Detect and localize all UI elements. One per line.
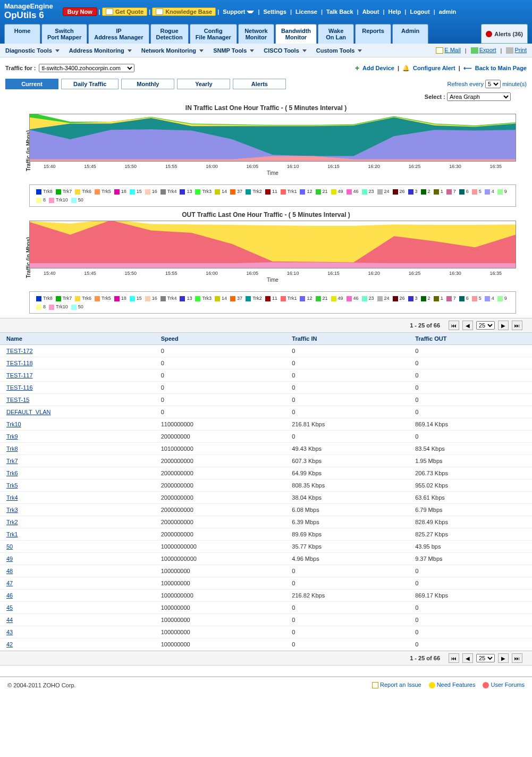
row-link[interactable]: TEST-116 bbox=[6, 384, 33, 391]
view-tabs: CurrentDaily TrafficMonthlyYearlyAlerts … bbox=[0, 79, 532, 89]
header-link-admin[interactable]: admin bbox=[439, 9, 456, 15]
refresh-interval-select[interactable]: 5 bbox=[485, 80, 501, 88]
configure-alert-link[interactable]: Configure Alert bbox=[413, 65, 455, 71]
tab-bandwidth-monitor[interactable]: BandwidthMonitor bbox=[275, 24, 317, 44]
row-link[interactable]: 47 bbox=[6, 580, 13, 586]
export-link[interactable]: Export bbox=[471, 47, 496, 54]
header-link-settings[interactable]: Settings bbox=[264, 9, 286, 15]
row-link[interactable]: 43 bbox=[6, 629, 13, 635]
print-link[interactable]: Print bbox=[506, 47, 527, 54]
header-link-logout[interactable]: Logout bbox=[410, 9, 429, 15]
toolbar-cisco-tools[interactable]: CISCO Tools bbox=[264, 47, 306, 54]
col-speed[interactable]: Speed bbox=[155, 333, 286, 345]
tab-config-file-manager[interactable]: ConfigFile Manager bbox=[190, 24, 237, 44]
pager-last-button[interactable]: ⏭ bbox=[512, 653, 522, 663]
header-link-about[interactable]: About bbox=[362, 9, 379, 15]
col-traffic-in[interactable]: Traffic IN bbox=[285, 333, 409, 345]
subtab-daily-traffic[interactable]: Daily Traffic bbox=[61, 79, 119, 89]
row-link[interactable]: Trk6 bbox=[6, 470, 18, 476]
buy-now-button[interactable]: Buy Now bbox=[63, 7, 97, 16]
header-link-help[interactable]: Help bbox=[389, 9, 401, 15]
header-link-talk-back[interactable]: Talk Back bbox=[326, 9, 353, 15]
row-link[interactable]: Trk2 bbox=[6, 519, 18, 525]
row-link[interactable]: Trk4 bbox=[6, 494, 18, 501]
device-select[interactable]: tl-switch-3400.zohocorpin.com bbox=[39, 64, 134, 72]
row-link[interactable]: Trk7 bbox=[6, 458, 18, 464]
quote-icon bbox=[106, 9, 113, 15]
row-link[interactable]: Trk9 bbox=[6, 433, 18, 440]
chevron-down-icon bbox=[128, 49, 132, 52]
traffic-for-label: Traffic for : bbox=[5, 65, 36, 71]
tab-rogue-detection[interactable]: RogueDetection bbox=[150, 24, 189, 44]
table-row: Trk320000000006.08 Mbps6.79 Mbps bbox=[0, 504, 532, 516]
row-link[interactable]: DEFAULT_VLAN bbox=[6, 409, 51, 415]
header-link-license[interactable]: License bbox=[295, 9, 317, 15]
toolbar-snmp-tools[interactable]: SNMP Tools bbox=[213, 47, 254, 54]
pager-prev-button[interactable]: ◀ bbox=[462, 321, 473, 330]
tab-wake-on-lan[interactable]: WakeOn Lan bbox=[318, 24, 354, 44]
col-traffic-out[interactable]: Traffic OUT bbox=[409, 333, 532, 345]
toolbar-network-monitoring[interactable]: Network Monitoring bbox=[141, 47, 204, 54]
table-row: 501000000000035.77 Kbps43.95 bps bbox=[0, 541, 532, 553]
row-link[interactable]: TEST-118 bbox=[6, 360, 33, 366]
row-link[interactable]: Trk8 bbox=[6, 445, 18, 452]
subtab-alerts[interactable]: Alerts bbox=[233, 79, 286, 89]
row-link[interactable]: Trk1 bbox=[6, 531, 18, 537]
subtab-yearly[interactable]: Yearly bbox=[177, 79, 230, 89]
subtab-monthly[interactable]: Monthly bbox=[121, 79, 174, 89]
row-link[interactable]: 49 bbox=[6, 556, 13, 562]
table-row: 49100000000004.96 Mbps9.37 Mbps bbox=[0, 553, 532, 565]
tab-home[interactable]: Home bbox=[4, 24, 40, 44]
back-link[interactable]: Back to Main Page bbox=[475, 65, 527, 71]
toolbar-address-monitoring[interactable]: Address Monitoring bbox=[69, 47, 132, 54]
chart-in-title: IN Traffic Last One Hour Traffic - ( 5 M… bbox=[0, 104, 532, 112]
knowledge-base-button[interactable]: Knowledge Base bbox=[152, 7, 216, 16]
legend-out: Trk8Trk7Trk6Trk5181516Trk413Trk31437Trk2… bbox=[29, 291, 516, 314]
tab-reports[interactable]: Reports bbox=[355, 24, 391, 44]
subtab-current[interactable]: Current bbox=[5, 79, 58, 89]
row-link[interactable]: TEST-15 bbox=[6, 397, 29, 403]
row-link[interactable]: 44 bbox=[6, 617, 13, 623]
pager-size-select[interactable]: 25 bbox=[476, 321, 495, 330]
pager-first-button[interactable]: ⏮ bbox=[449, 321, 459, 330]
row-link[interactable]: 45 bbox=[6, 604, 13, 611]
chart-in: 0.02.55.07.5 bbox=[29, 114, 516, 162]
pager-next-button[interactable]: ▶ bbox=[498, 653, 509, 663]
tab-admin[interactable]: Admin bbox=[392, 24, 428, 44]
tab-network-monitor[interactable]: NetworkMonitor bbox=[238, 24, 274, 44]
tab-ip-address-manager[interactable]: IPAddress Manager bbox=[88, 24, 149, 44]
email-link[interactable]: E Mail bbox=[436, 47, 461, 54]
row-link[interactable]: 50 bbox=[6, 543, 13, 550]
toolbar-diagnostic-tools[interactable]: Diagnostic Tools bbox=[5, 47, 60, 54]
pager-size-select[interactable]: 25 bbox=[476, 654, 495, 662]
row-link[interactable]: 48 bbox=[6, 568, 13, 574]
user-forums-link[interactable]: User Forums bbox=[483, 682, 525, 688]
tab-switch-port-mapper[interactable]: SwitchPort Mapper bbox=[41, 24, 87, 44]
row-link[interactable]: 42 bbox=[6, 641, 13, 647]
copyright: © 2004-2011 ZOHO Corp. bbox=[7, 682, 76, 688]
pager-last-button[interactable]: ⏭ bbox=[512, 321, 522, 330]
alerts-button[interactable]: Alerts (36) bbox=[481, 24, 528, 44]
pager-prev-button[interactable]: ◀ bbox=[462, 653, 473, 663]
row-link[interactable]: TEST-117 bbox=[6, 372, 33, 378]
need-features-link[interactable]: Need Features bbox=[429, 682, 476, 688]
row-link[interactable]: Trk10 bbox=[6, 421, 21, 427]
mail-icon bbox=[436, 47, 443, 54]
row-link[interactable]: 46 bbox=[6, 592, 13, 599]
row-link[interactable]: Trk3 bbox=[6, 507, 18, 513]
report-issue-link[interactable]: Report an Issue bbox=[372, 682, 421, 688]
header-link-support[interactable]: Support bbox=[223, 9, 254, 15]
row-link[interactable]: TEST-172 bbox=[6, 348, 33, 354]
users-icon bbox=[483, 682, 489, 688]
chart-type-select[interactable]: Area Graph bbox=[447, 92, 511, 101]
pager-first-button[interactable]: ⏮ bbox=[449, 653, 459, 663]
get-quote-button[interactable]: Get Quote bbox=[102, 7, 147, 16]
pager-next-button[interactable]: ▶ bbox=[498, 321, 509, 330]
chevron-down-icon bbox=[302, 49, 307, 52]
toolbar-custom-tools[interactable]: Custom Tools bbox=[316, 47, 362, 54]
add-device-link[interactable]: Add Device bbox=[362, 65, 394, 71]
row-link[interactable]: Trk5 bbox=[6, 482, 18, 489]
table-row: TEST-116000 bbox=[0, 382, 532, 394]
legend-in: Trk8Trk7Trk6Trk5181516Trk413Trk31437Trk2… bbox=[29, 184, 516, 207]
col-name[interactable]: Name bbox=[0, 333, 155, 345]
